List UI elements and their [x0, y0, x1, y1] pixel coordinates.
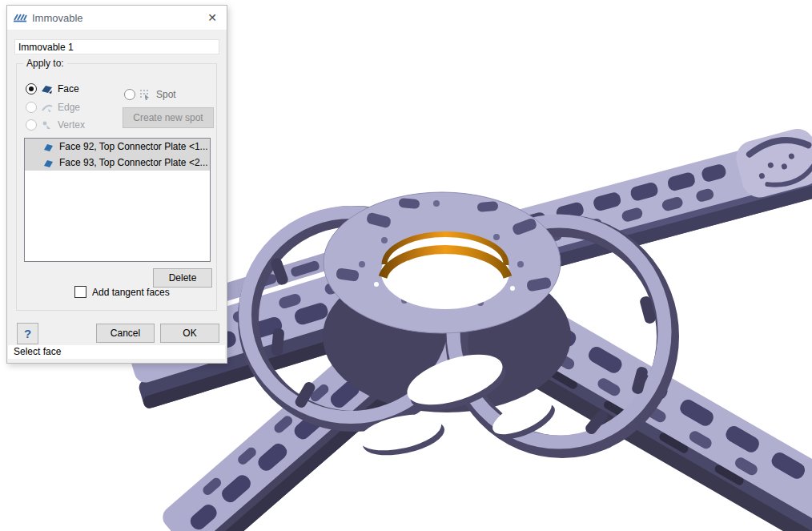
face-icon [41, 83, 54, 95]
radio-spot[interactable]: Spot [124, 87, 176, 102]
status-bar: Select face [8, 345, 225, 359]
add-tangent-faces-row[interactable]: Add tangent faces [74, 286, 170, 298]
add-tangent-faces-checkbox[interactable] [74, 286, 86, 298]
spot-grid-icon [139, 89, 152, 101]
apply-to-group: Apply to: Face Edge Vertex [16, 63, 217, 311]
radio-face[interactable]: Face [26, 82, 79, 96]
radio-edge-circle [26, 102, 37, 113]
radio-vertex: Vertex [26, 118, 85, 132]
ok-button[interactable]: OK [160, 324, 219, 343]
immovable-hatch-icon [14, 12, 27, 23]
delete-button[interactable]: Delete [153, 268, 212, 288]
dialog-titlebar[interactable]: Immovable ✕ [7, 6, 227, 30]
radio-face-label: Face [58, 83, 79, 95]
radio-edge: Edge [26, 100, 80, 115]
radio-spot-circle[interactable] [124, 89, 135, 100]
face-icon [43, 142, 54, 152]
list-item[interactable]: Face 92, Top Connector Plate <1... [25, 139, 210, 155]
list-item-label: Face 93, Top Connector Plate <2... [59, 157, 208, 168]
help-button[interactable]: ? [17, 323, 38, 344]
add-tangent-faces-label: Add tangent faces [92, 287, 170, 298]
radio-face-circle[interactable] [26, 83, 37, 95]
list-item-label: Face 92, Top Connector Plate <1... [59, 141, 208, 152]
radio-spot-label: Spot [156, 89, 176, 100]
dialog-title: Immovable [32, 12, 204, 24]
immovable-dialog: Immovable ✕ Apply to: Face Edge [6, 5, 227, 364]
close-icon[interactable]: ✕ [204, 10, 220, 25]
radio-vertex-circle [26, 119, 37, 131]
create-new-spot-button: Create new spot [123, 107, 214, 128]
vertex-icon [41, 119, 54, 131]
cancel-button[interactable]: Cancel [96, 324, 155, 343]
restraint-name-input[interactable] [14, 39, 219, 54]
selected-entities-list[interactable]: Face 92, Top Connector Plate <1... Face … [24, 138, 211, 262]
edge-icon [41, 102, 54, 114]
radio-vertex-label: Vertex [58, 119, 85, 131]
radio-edge-label: Edge [58, 102, 80, 113]
list-item[interactable]: Face 93, Top Connector Plate <2... [25, 155, 210, 171]
apply-to-label: Apply to: [23, 58, 67, 69]
face-icon [43, 158, 54, 168]
